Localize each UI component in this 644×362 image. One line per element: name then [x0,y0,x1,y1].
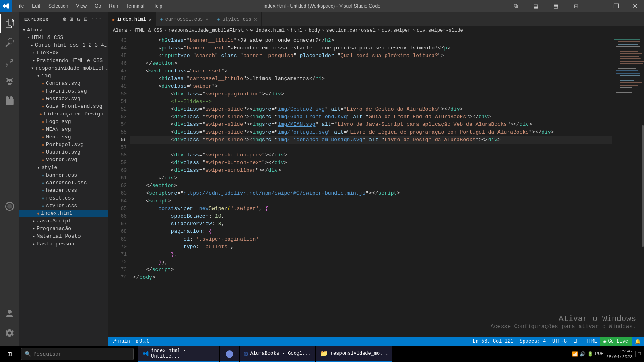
status-errors[interactable]: ⊗ 0 ⚠ 0 [133,339,152,345]
activity-explorer[interactable] [0,14,19,33]
code-line-69[interactable]: el: '.swiper-pagination', [130,235,612,243]
taskbar-search[interactable]: 🔍 Pesquisar [21,348,134,360]
sidebar-item-responsividade-mobilefirst[interactable]: ▾responsividade_mobileFirst [19,64,108,72]
taskbar-sys-icons[interactable]: 📶 🔊 🔋 POR [572,351,604,357]
taskbar-lang[interactable]: POR [595,351,604,357]
code-line-63[interactable]: <script src="https://cdn.jsdelivr.net/np… [130,189,612,197]
menu-run[interactable]: Run [105,0,122,12]
maximize-button[interactable]: ❐ [607,0,625,12]
sidebar-item-logo-svg[interactable]: ◈ Logo.svg [19,118,108,125]
refresh-icon[interactable]: ↻ [76,15,81,23]
taskbar-app-folder[interactable]: 📁 responsividade_mo... [316,346,392,362]
sidebar-item-img[interactable]: ▾img [19,72,108,80]
sidebar-item-carrossel-css[interactable]: ◈ carrossel.css [19,179,108,187]
breadcrumb-div-swiper-slide[interactable]: div.swiper-slide [417,28,463,33]
code-editor[interactable]: 4344454647484950515253545556575859606162… [108,35,644,337]
code-line-61[interactable]: </div> [130,174,612,182]
code-line-68[interactable]: pagination: { [130,228,612,235]
menu-terminal[interactable]: Terminal [122,0,148,12]
sidebar-item-java-script[interactable]: ▸Java-Script [19,217,108,225]
code-line-74[interactable]: </body> [130,274,612,281]
code-line-60[interactable]: <div class="swiper-scrollbar"></div> [130,167,612,174]
breadcrumb-div-swiper[interactable]: div.swiper [382,28,411,33]
code-line-59[interactable]: <div class="swiper-button-next"></div> [130,159,612,167]
toggle-sidebar-icon[interactable]: ⬒ [547,0,565,12]
activity-run-debug[interactable] [0,72,19,91]
menu-view[interactable]: View [72,0,91,12]
status-spaces[interactable]: Spaces: 4 [516,337,549,346]
taskbar-network-icon[interactable]: 📶 [572,351,578,357]
activity-extensions[interactable] [0,91,19,110]
code-line-54[interactable]: <div class="swiper-slide"><img src="img/… [130,121,612,128]
sidebar-item-reset-css[interactable]: ◈ reset.css [19,194,108,202]
status-encoding[interactable]: UTF-8 [549,337,570,346]
activity-source-control[interactable] [0,52,19,72]
collapse-icon[interactable]: ⊟ [83,15,88,23]
code-line-67[interactable]: slidesPerView: 3, [130,220,612,228]
sidebar-item-header-css[interactable]: ◈ header.css [19,187,108,194]
sidebar-item-flexbox[interactable]: ▸FlexBox [19,49,108,57]
code-line-45[interactable]: <input type="search" class="banner__pesq… [130,52,612,60]
tab-styles-css[interactable]: ◈ styles.css ✕ [213,12,262,26]
breadcrumb-html[interactable]: html [291,28,303,33]
code-line-58[interactable]: <div class="swiper-button-prev"></div> [130,151,612,159]
sidebar-item-styles-css[interactable]: ◈ styles.css [19,202,108,210]
sidebar-header-icons[interactable]: ⊕ ⊞ ↻ ⊟ ··· [62,15,103,23]
new-file-icon[interactable]: ⊕ [62,15,67,23]
code-line-43[interactable]: <h2 class="banner__titulo">Já sabe por o… [130,37,612,44]
sidebar-item-usuario-svg[interactable]: ◈ Usuario.svg [19,148,108,156]
activity-settings[interactable] [0,323,19,343]
sidebar-item-curso-html-css-1-2-3-4-alura[interactable]: ▸Curso html css 1 2 3 4 alura [19,41,108,49]
sidebar-item-alura[interactable]: ▾Alura [19,26,108,34]
breadcrumb-file[interactable]: ⊙ index.html [250,27,285,33]
sidebar-item-compras-svg[interactable]: ◈ Compras.svg [19,80,108,87]
taskbar-battery-icon[interactable]: 🔋 [587,351,593,357]
sidebar-item-banner-css[interactable]: ◈ banner.css [19,171,108,179]
status-position[interactable]: Ln 56, Col 121 [469,337,516,346]
code-line-49[interactable]: <div class="swiper"> [130,82,612,90]
menu-go[interactable]: Go [91,0,105,12]
code-line-65[interactable]: const swiper = new Swiper('.swiper', { [130,205,612,212]
window-controls[interactable]: ⧉ ⬓ ⬒ ⊞ ─ ❐ ✕ [503,0,644,12]
status-notifications[interactable]: 🔔 [632,337,644,346]
status-language[interactable]: HTML [582,337,601,346]
taskbar-app-chrome[interactable]: ◎ AluraBooks - Googl... [240,346,315,362]
taskbar-app-discord[interactable]: ⬤ [220,346,239,362]
sidebar-item-menu-svg[interactable]: ◈ Menu.svg [19,133,108,141]
title-bar-extra-icons[interactable]: ⧉ ⬓ ⬒ ⊞ [503,0,588,12]
code-line-71[interactable]: }, [130,251,612,258]
sidebar-item-gest-o2-svg[interactable]: ◈ Gestão2.svg [19,95,108,103]
sidebar-item-favoritos-svg[interactable]: ◈ Favoritos.svg [19,87,108,95]
tab-close-styles[interactable]: ✕ [254,16,257,23]
activity-account[interactable] [0,304,19,323]
code-line-55[interactable]: <div class="swiper-slide"><img src="img/… [130,128,612,136]
breadcrumb-responsive[interactable]: responsividade_mobileFirst [168,28,244,33]
code-line-70[interactable]: type: 'bullets', [130,243,612,251]
code-line-73[interactable]: </script> [130,266,612,274]
sidebar-item-style[interactable]: ▾style [19,164,108,171]
show-desktop-icon[interactable]: □ [635,351,641,357]
taskbar-clock[interactable]: 15:42 28/04/2023 [606,348,633,360]
sidebar-item-programa--o[interactable]: ▸Programação [19,225,108,232]
menu-help[interactable]: Help [149,0,167,12]
close-button[interactable]: ✕ [625,0,644,12]
code-line-47[interactable]: <section class="carrossel"> [130,67,612,75]
sidebar-item-portugol-svg[interactable]: ◈ Portugol.svg [19,141,108,148]
code-line-72[interactable]: }); [130,258,612,266]
title-bar-menu[interactable]: File Edit Selection View Go Run Terminal… [12,0,166,12]
tab-index-html[interactable]: ◈ index.html ✕ [108,12,156,26]
code-line-52[interactable]: <div class="swiper-slide"><img src="img/… [130,105,612,113]
sidebar-item-vector-svg[interactable]: ◈ Vector.svg [19,156,108,164]
code-line-46[interactable]: </section> [130,60,612,67]
tab-close-index[interactable]: ✕ [149,16,152,23]
code-line-51[interactable]: <!--Slides--> [130,98,612,105]
code-line-56[interactable]: <div class="swiper-slide"><img src="img/… [130,136,612,144]
taskbar-volume-icon[interactable]: 🔊 [580,351,586,357]
split-editor-icon[interactable]: ⧉ [506,0,525,12]
sidebar-item-pasta-pessoal[interactable]: ▸Pasta pessoal [19,240,108,248]
breadcrumb-htmlcss[interactable]: HTML & CSS [133,28,162,33]
breadcrumb-body[interactable]: body [309,28,320,33]
menu-selection[interactable]: Selection [44,0,72,12]
taskbar-apps[interactable]: index.html - Untitle... ⬤ ◎ AluraBooks -… [135,346,396,362]
activity-search[interactable] [0,33,19,52]
